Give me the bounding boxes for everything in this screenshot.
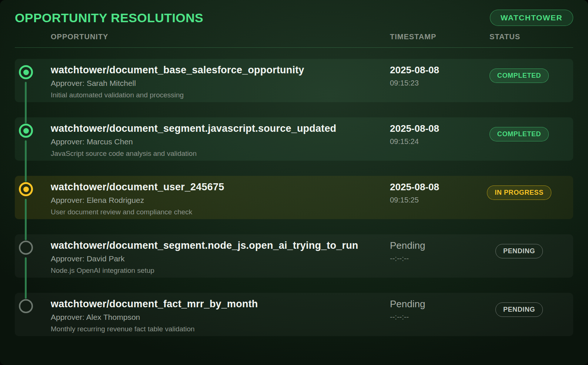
- status-badge: PENDING: [495, 244, 543, 258]
- completed-circle-icon: [19, 124, 33, 138]
- timestamp-cell: 2025-08-08 09:15:24: [380, 117, 480, 161]
- status-badge: COMPLETED: [490, 68, 549, 83]
- status-badge: IN PROGRESS: [487, 185, 551, 200]
- timestamp-date: Pending: [390, 298, 480, 310]
- panel-header: OPPORTUNITY RESOLUTIONS WATCHTOWER: [15, 0, 573, 27]
- timeline-marker: [15, 293, 51, 336]
- description-label: Initial automated validation and process…: [51, 91, 380, 99]
- column-header-opportunity: OPPORTUNITY: [15, 33, 380, 41]
- timeline-connector: [25, 199, 27, 240]
- row-info: watchtower/document_user_245675 Approver…: [51, 176, 380, 219]
- timestamp-time: 09:15:24: [390, 137, 480, 146]
- timeline-connector: [25, 257, 27, 299]
- timeline-marker: [15, 59, 51, 102]
- timestamp-cell: Pending --:--:--: [380, 234, 480, 278]
- status-badge: COMPLETED: [490, 127, 549, 141]
- timestamp-time: 09:15:23: [390, 79, 480, 87]
- table-row[interactable]: watchtower/document_segment.node_js.open…: [15, 234, 573, 278]
- timeline-connector: [25, 140, 27, 182]
- status-badge: PENDING: [495, 302, 543, 317]
- status-cell: COMPLETED: [480, 59, 573, 102]
- timeline-marker: [15, 234, 51, 278]
- timestamp-time: --:--:--: [390, 313, 480, 321]
- table-row[interactable]: watchtower/document_segment.javascript.s…: [15, 117, 573, 161]
- status-cell: IN PROGRESS: [480, 176, 573, 219]
- timeline-connector: [25, 82, 27, 123]
- pending-circle-icon: [19, 241, 33, 255]
- approver-label: Approver: Marcus Chen: [51, 137, 380, 146]
- completed-circle-icon: [19, 65, 33, 79]
- timestamp-date: 2025-08-08: [390, 181, 480, 193]
- approver-label: Approver: Elena Rodriguez: [51, 196, 380, 205]
- description-label: Monthly recurring revenue fact table val…: [51, 325, 380, 333]
- column-header-status: STATUS: [480, 33, 573, 41]
- resolution-list: watchtower/document_base_salesforce_oppo…: [15, 59, 573, 336]
- pending-circle-icon: [19, 299, 33, 313]
- timestamp-time: --:--:--: [390, 254, 480, 263]
- column-header-timestamp: TIMESTAMP: [380, 33, 480, 41]
- opportunity-name: watchtower/document_fact_mrr_by_month: [51, 298, 380, 310]
- timestamp-date: 2025-08-08: [390, 123, 480, 134]
- timestamp-cell: Pending --:--:--: [380, 293, 480, 336]
- timeline-marker: [15, 117, 51, 161]
- status-cell: PENDING: [480, 293, 573, 336]
- opportunity-resolutions-panel: OPPORTUNITY RESOLUTIONS WATCHTOWER OPPOR…: [0, 0, 588, 365]
- approver-label: Approver: David Park: [51, 254, 380, 263]
- row-info: watchtower/document_segment.node_js.open…: [51, 234, 380, 278]
- timestamp-cell: 2025-08-08 09:15:25: [380, 176, 480, 219]
- opportunity-name: watchtower/document_segment.javascript.s…: [51, 123, 380, 134]
- description-label: Node.js OpenAI integration setup: [51, 267, 380, 275]
- row-info: watchtower/document_base_salesforce_oppo…: [51, 59, 380, 102]
- row-info: watchtower/document_segment.javascript.s…: [51, 117, 380, 161]
- timestamp-cell: 2025-08-08 09:15:23: [380, 59, 480, 102]
- status-cell: PENDING: [480, 234, 573, 278]
- table-row[interactable]: watchtower/document_fact_mrr_by_month Ap…: [15, 293, 573, 336]
- page-title: OPPORTUNITY RESOLUTIONS: [15, 11, 203, 25]
- table-row[interactable]: watchtower/document_base_salesforce_oppo…: [15, 59, 573, 102]
- opportunity-name: watchtower/document_base_salesforce_oppo…: [51, 64, 380, 76]
- approver-label: Approver: Alex Thompson: [51, 313, 380, 322]
- status-cell: COMPLETED: [480, 117, 573, 161]
- watchtower-badge[interactable]: WATCHTOWER: [490, 10, 573, 26]
- description-label: JavaScript source code analysis and vali…: [51, 150, 380, 158]
- timestamp-date: 2025-08-08: [390, 64, 480, 76]
- table-row[interactable]: watchtower/document_user_245675 Approver…: [15, 176, 573, 219]
- timeline-marker: [15, 176, 51, 219]
- approver-label: Approver: Sarah Mitchell: [51, 79, 380, 88]
- description-label: User document review and compliance chec…: [51, 208, 380, 216]
- timestamp-time: 09:15:25: [390, 196, 480, 204]
- row-info: watchtower/document_fact_mrr_by_month Ap…: [51, 293, 380, 336]
- opportunity-name: watchtower/document_segment.node_js.open…: [51, 240, 380, 251]
- timestamp-date: Pending: [390, 240, 480, 251]
- opportunity-name: watchtower/document_user_245675: [51, 181, 380, 193]
- table-header-row: OPPORTUNITY TIMESTAMP STATUS: [15, 33, 573, 48]
- in-progress-circle-icon: [19, 182, 33, 196]
